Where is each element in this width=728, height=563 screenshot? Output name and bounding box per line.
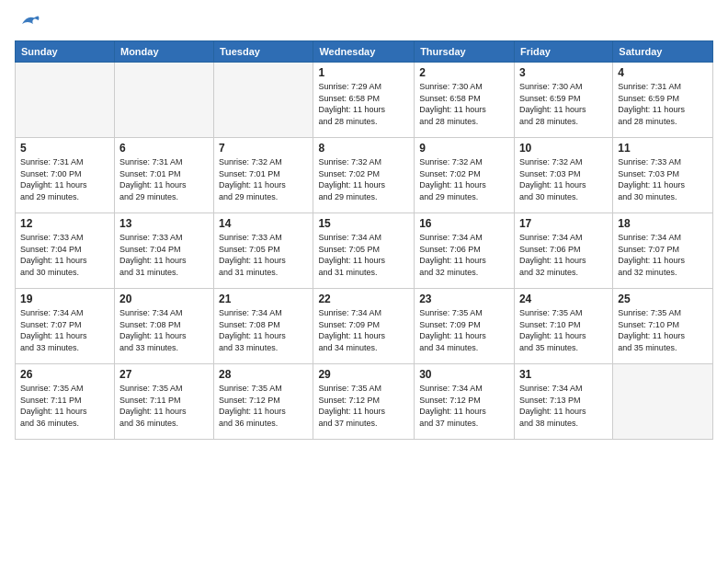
calendar: SundayMondayTuesdayWednesdayThursdayFrid… <box>15 40 713 440</box>
day-info: Sunrise: 7:35 AM Sunset: 7:11 PM Dayligh… <box>119 383 209 429</box>
day-info: Sunrise: 7:34 AM Sunset: 7:08 PM Dayligh… <box>119 307 209 353</box>
day-number: 26 <box>20 368 109 381</box>
day-info: Sunrise: 7:35 AM Sunset: 7:12 PM Dayligh… <box>318 383 409 429</box>
day-cell: 13Sunrise: 7:33 AM Sunset: 7:04 PM Dayli… <box>114 213 213 289</box>
week-row-5: 26Sunrise: 7:35 AM Sunset: 7:11 PM Dayli… <box>16 364 713 440</box>
day-info: Sunrise: 7:34 AM Sunset: 7:07 PM Dayligh… <box>618 232 708 278</box>
day-cell: 24Sunrise: 7:35 AM Sunset: 7:10 PM Dayli… <box>514 289 612 364</box>
day-cell: 1Sunrise: 7:29 AM Sunset: 6:58 PM Daylig… <box>313 63 415 138</box>
day-cell <box>613 364 713 440</box>
day-cell: 29Sunrise: 7:35 AM Sunset: 7:12 PM Dayli… <box>313 364 415 440</box>
day-number: 12 <box>20 217 109 230</box>
day-cell: 17Sunrise: 7:34 AM Sunset: 7:06 PM Dayli… <box>514 213 612 289</box>
day-info: Sunrise: 7:35 AM Sunset: 7:10 PM Dayligh… <box>519 307 608 353</box>
day-number: 15 <box>318 217 409 230</box>
day-number: 19 <box>20 293 109 305</box>
day-info: Sunrise: 7:34 AM Sunset: 7:12 PM Dayligh… <box>419 383 509 429</box>
day-info: Sunrise: 7:34 AM Sunset: 7:06 PM Dayligh… <box>519 232 608 278</box>
day-number: 8 <box>318 142 409 155</box>
day-info: Sunrise: 7:33 AM Sunset: 7:04 PM Dayligh… <box>20 232 109 278</box>
logo <box>15 11 46 33</box>
day-info: Sunrise: 7:33 AM Sunset: 7:04 PM Dayligh… <box>119 232 209 278</box>
week-row-3: 12Sunrise: 7:33 AM Sunset: 7:04 PM Dayli… <box>16 213 713 289</box>
day-cell: 3Sunrise: 7:30 AM Sunset: 6:59 PM Daylig… <box>514 63 612 138</box>
day-info: Sunrise: 7:33 AM Sunset: 7:03 PM Dayligh… <box>618 156 708 202</box>
day-cell: 5Sunrise: 7:31 AM Sunset: 7:00 PM Daylig… <box>16 138 115 213</box>
header-thursday: Thursday <box>415 41 515 63</box>
day-cell: 21Sunrise: 7:34 AM Sunset: 7:08 PM Dayli… <box>214 289 313 364</box>
day-number: 2 <box>419 66 509 79</box>
calendar-header: SundayMondayTuesdayWednesdayThursdayFrid… <box>16 41 713 63</box>
day-cell: 25Sunrise: 7:35 AM Sunset: 7:10 PM Dayli… <box>613 289 713 364</box>
day-info: Sunrise: 7:31 AM Sunset: 7:01 PM Dayligh… <box>119 156 209 202</box>
day-number: 5 <box>20 142 109 155</box>
day-cell: 14Sunrise: 7:33 AM Sunset: 7:05 PM Dayli… <box>214 213 313 289</box>
header-friday: Friday <box>514 41 612 63</box>
header-monday: Monday <box>114 41 213 63</box>
day-number: 22 <box>318 293 409 305</box>
day-number: 24 <box>519 293 608 305</box>
header-wednesday: Wednesday <box>313 41 415 63</box>
week-row-4: 19Sunrise: 7:34 AM Sunset: 7:07 PM Dayli… <box>16 289 713 364</box>
day-info: Sunrise: 7:33 AM Sunset: 7:05 PM Dayligh… <box>219 232 308 278</box>
header-tuesday: Tuesday <box>214 41 313 63</box>
day-cell: 4Sunrise: 7:31 AM Sunset: 6:59 PM Daylig… <box>613 63 713 138</box>
day-cell: 31Sunrise: 7:34 AM Sunset: 7:13 PM Dayli… <box>514 364 612 440</box>
day-info: Sunrise: 7:34 AM Sunset: 7:08 PM Dayligh… <box>219 307 308 353</box>
header-saturday: Saturday <box>613 41 713 63</box>
day-number: 16 <box>419 217 509 230</box>
day-info: Sunrise: 7:35 AM Sunset: 7:11 PM Dayligh… <box>20 383 109 429</box>
logo-icon <box>15 11 42 33</box>
day-info: Sunrise: 7:34 AM Sunset: 7:05 PM Dayligh… <box>318 232 409 278</box>
day-cell <box>16 63 115 138</box>
day-info: Sunrise: 7:35 AM Sunset: 7:10 PM Dayligh… <box>618 307 708 353</box>
day-number: 30 <box>419 368 509 381</box>
day-number: 28 <box>219 368 308 381</box>
day-cell: 6Sunrise: 7:31 AM Sunset: 7:01 PM Daylig… <box>114 138 213 213</box>
day-info: Sunrise: 7:31 AM Sunset: 7:00 PM Dayligh… <box>20 156 109 202</box>
day-cell: 27Sunrise: 7:35 AM Sunset: 7:11 PM Dayli… <box>114 364 213 440</box>
week-row-1: 1Sunrise: 7:29 AM Sunset: 6:58 PM Daylig… <box>16 63 713 138</box>
day-number: 9 <box>419 142 509 155</box>
day-info: Sunrise: 7:34 AM Sunset: 7:13 PM Dayligh… <box>519 383 608 429</box>
day-info: Sunrise: 7:32 AM Sunset: 7:01 PM Dayligh… <box>219 156 308 202</box>
day-cell: 9Sunrise: 7:32 AM Sunset: 7:02 PM Daylig… <box>415 138 515 213</box>
day-number: 20 <box>119 293 209 305</box>
day-info: Sunrise: 7:35 AM Sunset: 7:09 PM Dayligh… <box>419 307 509 353</box>
day-info: Sunrise: 7:34 AM Sunset: 7:09 PM Dayligh… <box>318 307 409 353</box>
day-number: 27 <box>119 368 209 381</box>
header <box>15 11 713 33</box>
day-cell: 30Sunrise: 7:34 AM Sunset: 7:12 PM Dayli… <box>415 364 515 440</box>
day-number: 6 <box>119 142 209 155</box>
day-cell: 28Sunrise: 7:35 AM Sunset: 7:12 PM Dayli… <box>214 364 313 440</box>
day-cell <box>114 63 213 138</box>
day-number: 14 <box>219 217 308 230</box>
day-number: 29 <box>318 368 409 381</box>
day-number: 3 <box>519 66 608 79</box>
day-number: 17 <box>519 217 608 230</box>
day-number: 18 <box>618 217 708 230</box>
day-number: 1 <box>318 66 409 79</box>
day-cell: 11Sunrise: 7:33 AM Sunset: 7:03 PM Dayli… <box>613 138 713 213</box>
day-info: Sunrise: 7:35 AM Sunset: 7:12 PM Dayligh… <box>219 383 308 429</box>
day-info: Sunrise: 7:32 AM Sunset: 7:03 PM Dayligh… <box>519 156 608 202</box>
day-cell: 7Sunrise: 7:32 AM Sunset: 7:01 PM Daylig… <box>214 138 313 213</box>
day-cell: 18Sunrise: 7:34 AM Sunset: 7:07 PM Dayli… <box>613 213 713 289</box>
day-cell: 10Sunrise: 7:32 AM Sunset: 7:03 PM Dayli… <box>514 138 612 213</box>
day-info: Sunrise: 7:32 AM Sunset: 7:02 PM Dayligh… <box>419 156 509 202</box>
day-cell: 22Sunrise: 7:34 AM Sunset: 7:09 PM Dayli… <box>313 289 415 364</box>
week-row-2: 5Sunrise: 7:31 AM Sunset: 7:00 PM Daylig… <box>16 138 713 213</box>
header-sunday: Sunday <box>16 41 115 63</box>
day-cell: 2Sunrise: 7:30 AM Sunset: 6:58 PM Daylig… <box>415 63 515 138</box>
day-info: Sunrise: 7:31 AM Sunset: 6:59 PM Dayligh… <box>618 81 708 127</box>
day-info: Sunrise: 7:34 AM Sunset: 7:06 PM Dayligh… <box>419 232 509 278</box>
day-info: Sunrise: 7:34 AM Sunset: 7:07 PM Dayligh… <box>20 307 109 353</box>
day-number: 10 <box>519 142 608 155</box>
day-cell: 20Sunrise: 7:34 AM Sunset: 7:08 PM Dayli… <box>114 289 213 364</box>
day-number: 4 <box>618 66 708 79</box>
day-number: 21 <box>219 293 308 305</box>
day-number: 23 <box>419 293 509 305</box>
day-number: 13 <box>119 217 209 230</box>
page: SundayMondayTuesdayWednesdayThursdayFrid… <box>0 0 728 563</box>
day-cell: 12Sunrise: 7:33 AM Sunset: 7:04 PM Dayli… <box>16 213 115 289</box>
